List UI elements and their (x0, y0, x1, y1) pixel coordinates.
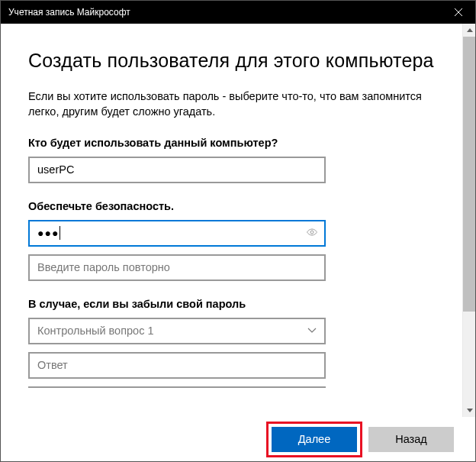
scroll-down-button[interactable] (463, 404, 475, 417)
next-button[interactable]: Далее (272, 427, 357, 452)
close-button[interactable] (441, 1, 475, 24)
security-answer-placeholder: Ответ (37, 359, 68, 371)
security-question-select[interactable]: Контрольный вопрос 1 (28, 318, 326, 344)
footer: Далее Назад (1, 417, 475, 461)
scroll-thumb[interactable] (463, 37, 475, 312)
forgot-section: В случае, если вы забыли свой пароль Кон… (28, 298, 435, 388)
window-title: Учетная запись Майкрософт (8, 7, 130, 18)
security-answer-input[interactable]: Ответ (28, 352, 326, 379)
close-icon (455, 8, 462, 16)
username-input[interactable] (28, 157, 326, 183)
main-content: Создать пользователя для этого компьютер… (1, 24, 462, 417)
confirm-password-input[interactable]: Введите пароль повторно (28, 254, 326, 281)
vertical-scrollbar[interactable] (462, 24, 475, 417)
scroll-up-button[interactable] (463, 24, 475, 37)
page-heading: Создать пользователя для этого компьютер… (28, 50, 435, 72)
username-label: Кто будет использовать данный компьютер? (28, 137, 435, 149)
username-section: Кто будет использовать данный компьютер? (28, 137, 435, 183)
back-button[interactable]: Назад (368, 427, 454, 452)
reveal-password-icon[interactable] (306, 227, 318, 239)
security-question-placeholder: Контрольный вопрос 1 (37, 325, 153, 337)
content-area: Создать пользователя для этого компьютер… (1, 24, 475, 417)
dialog-window: Учетная запись Майкрософт Создать пользо… (0, 0, 476, 462)
titlebar: Учетная запись Майкрософт (1, 1, 475, 24)
next-button-highlight: Далее (266, 422, 362, 457)
password-input[interactable]: ●●● (28, 220, 326, 247)
security-section: Обеспечьте безопасность. ●●● Введите пар… (28, 200, 435, 281)
confirm-password-placeholder: Введите пароль повторно (37, 261, 170, 273)
chevron-down-icon (307, 325, 317, 336)
description-text: Если вы хотите использовать пароль - выб… (28, 89, 435, 120)
forgot-label: В случае, если вы забыли свой пароль (28, 298, 435, 310)
svg-point-2 (310, 231, 314, 234)
password-value: ●●● (37, 226, 60, 240)
security-label: Обеспечьте безопасность. (28, 200, 435, 212)
partial-input-edge (28, 386, 326, 388)
